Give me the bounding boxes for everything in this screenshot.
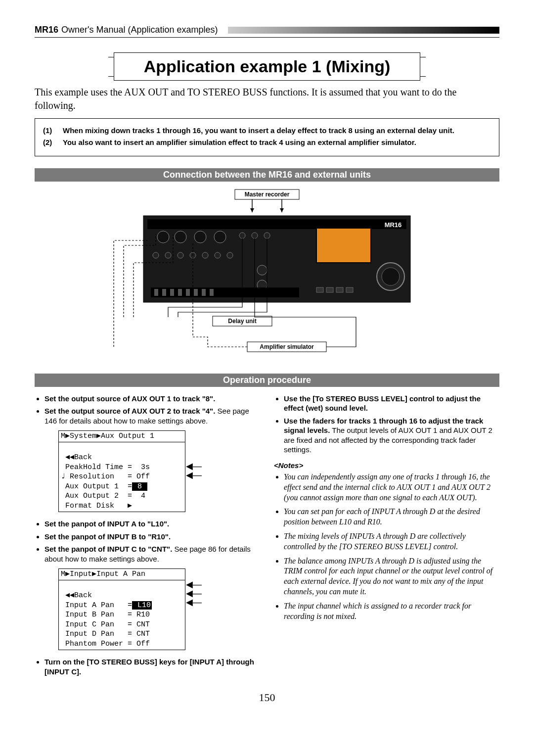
svg-point-13 [264, 233, 270, 238]
title-connector-right [420, 57, 426, 77]
lcd-line: ◀◀Back [61, 591, 92, 600]
assumptions-box: (1) When mixing down tracks 1 through 16… [35, 118, 499, 156]
lcd-highlight: L10 [132, 601, 152, 610]
svg-rect-37 [336, 287, 343, 292]
right-column: Use the [To STEREO BUSS LEVEL] control t… [274, 394, 499, 680]
diagram-svg: Master recorder MR16 [109, 189, 425, 362]
lcd-line: Phantom Power = Off [61, 640, 150, 648]
assumption-1-num: (1) [43, 126, 63, 136]
proc-text: Set the panpot of INPUT A to "L10". [44, 520, 169, 528]
svg-point-21 [202, 252, 208, 258]
svg-rect-28 [162, 289, 166, 296]
note-item: You can set pan for each of INPUT A thro… [284, 507, 499, 527]
proc-item: Turn on the [TO STEREO BUSS] keys for [I… [44, 657, 260, 676]
lcd-screenshot-pan: M▶Input▶Input A Pan ◀◀Back Input A Pan =… [58, 568, 185, 650]
notes-heading: <Notes> [274, 461, 499, 471]
svg-rect-36 [326, 287, 333, 292]
assumption-1: (1) When mixing down tracks 1 through 16… [43, 126, 491, 136]
lcd-line: Aux Output 1 = [61, 482, 132, 491]
title-connector-left [108, 57, 114, 77]
section-connection: Connection between the MR16 and external… [35, 168, 499, 182]
proc-text: Turn on the [TO STEREO BUSS] keys for [I… [44, 658, 254, 676]
svg-rect-32 [194, 289, 198, 296]
lcd-title: M▶System▶Aux Output 1 [59, 431, 185, 442]
section-operation: Operation procedure [35, 374, 499, 387]
page-header: MR16 Owner's Manual (Application example… [35, 25, 499, 35]
proc-item: Set the output source of AUX OUT 2 to tr… [44, 406, 260, 425]
lcd-line: PeakHold Time = 3s [61, 463, 150, 472]
svg-point-7 [157, 231, 169, 243]
lcd-line: Input A Pan = [61, 601, 132, 610]
lcd-line: ◀◀Back [61, 453, 92, 462]
proc-item: Set the output source of AUX OUT 1 to tr… [44, 394, 260, 404]
svg-point-18 [165, 252, 171, 258]
proc-text: Set the output source of AUX OUT 1 to tr… [44, 394, 215, 403]
svg-marker-4 [280, 208, 284, 212]
svg-point-9 [194, 231, 206, 243]
arrow-left-icon: ◀— [186, 580, 202, 589]
proc-text: Set the output source of AUX OUT 2 to tr… [44, 407, 215, 415]
svg-point-8 [175, 231, 186, 243]
proc-item: Use the [To STEREO BUSS LEVEL] control t… [284, 394, 499, 413]
arrow-left-icon: ◀— [186, 598, 202, 607]
delay-unit-label: Delay unit [228, 318, 256, 325]
intro-text: This example uses the AUX OUT and TO STE… [35, 86, 499, 112]
note-item: You can independently assign any one of … [284, 472, 499, 503]
svg-point-10 [214, 231, 226, 243]
svg-point-23 [227, 252, 233, 258]
svg-point-11 [239, 233, 245, 238]
lcd-line: Aux Output 2 = 4 [61, 492, 145, 500]
svg-rect-38 [346, 287, 353, 292]
header-subtitle: Owner's Manual (Application examples) [61, 25, 218, 35]
note-item: The input channel which is assigned to a… [284, 601, 499, 622]
note-item: The mixing levels of INPUTs A through D … [284, 531, 499, 552]
svg-point-16 [382, 268, 400, 285]
device-brand: MR16 [385, 221, 402, 229]
arrow-left-icon: ◀— [186, 471, 202, 479]
arrow-left-icon: ◀— [186, 462, 202, 471]
proc-item: Set the panpot of INPUT B to "R10". [44, 532, 260, 542]
proc-text: Set the panpot of INPUT C to "CNT". [44, 545, 172, 553]
arrow-left-icon: ◀— [186, 589, 202, 598]
svg-rect-33 [202, 289, 206, 296]
amp-sim-label: Amplifier simulator [260, 343, 314, 350]
assumption-1-text: When mixing down tracks 1 through 16, yo… [63, 126, 454, 136]
svg-rect-27 [154, 289, 158, 296]
svg-marker-2 [250, 208, 254, 212]
note-item: The balance among INPUTs A through D is … [284, 556, 499, 597]
model-label: MR16 [35, 25, 58, 35]
assumption-2: (2) You also want to insert an amplifier… [43, 138, 491, 147]
lcd-line: Format Disk ▶ [61, 502, 132, 510]
assumption-2-num: (2) [43, 138, 63, 147]
svg-rect-30 [178, 289, 182, 296]
svg-point-17 [153, 252, 159, 258]
proc-text: Use the [To STEREO BUSS LEVEL] control t… [284, 394, 481, 413]
page-title: Application example 1 (Mixing) [144, 57, 391, 76]
left-column: Set the output source of AUX OUT 1 to tr… [35, 394, 260, 680]
proc-item: Set the panpot of INPUT A to "L10". [44, 519, 260, 529]
svg-point-22 [215, 252, 221, 258]
lcd-title: M▶Input▶Input A Pan [59, 569, 185, 580]
lcd-screenshot-aux: M▶System▶Aux Output 1 ◀◀Back PeakHold Ti… [58, 430, 185, 512]
svg-rect-29 [170, 289, 174, 296]
lcd-line: ♩ Resolution = Off [61, 472, 150, 481]
lcd-line: Input D Pan = CNT [61, 630, 150, 638]
lcd-highlight: 8 [132, 482, 147, 491]
proc-text: Set the panpot of INPUT B to "R10". [44, 532, 171, 541]
svg-rect-35 [316, 287, 323, 292]
connection-diagram: Master recorder MR16 [35, 189, 499, 364]
svg-rect-34 [210, 289, 214, 296]
lcd-line: Input B Pan = R10 [61, 611, 150, 619]
assumption-2-text: You also want to insert an amplifier sim… [63, 138, 416, 147]
svg-point-19 [178, 252, 183, 258]
header-gradient [228, 27, 499, 34]
svg-rect-31 [186, 289, 190, 296]
lcd-line: Input C Pan = CNT [61, 620, 150, 629]
page-number: 150 [35, 691, 499, 704]
title-box: Application example 1 (Mixing) [114, 52, 420, 81]
proc-item: Set the panpot of INPUT C to "CNT". See … [44, 544, 260, 564]
header-rule [35, 37, 499, 38]
svg-point-24 [257, 265, 267, 275]
svg-point-12 [252, 233, 258, 238]
proc-item: Use the faders for tracks 1 through 16 t… [284, 416, 499, 455]
